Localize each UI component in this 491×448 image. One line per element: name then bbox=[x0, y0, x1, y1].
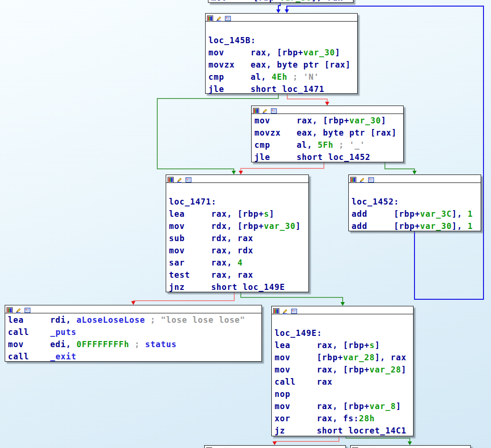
edit-node-icon[interactable] bbox=[15, 306, 22, 312]
code-line[interactable]: add [rbp+var_30], 1 bbox=[352, 220, 481, 232]
edit-node-icon[interactable] bbox=[216, 15, 222, 21]
code-segment: test rax, rax bbox=[169, 270, 253, 280]
code-line[interactable]: mov rax, [rbp+var_30] bbox=[254, 114, 403, 127]
code-segment: 5Fh bbox=[318, 140, 334, 150]
code-line[interactable]: sar rax, 4 bbox=[169, 257, 308, 269]
code-line[interactable]: xor rax, fs:28h bbox=[275, 412, 413, 425]
node-titlebar[interactable] bbox=[252, 106, 403, 114]
graph-node-entry-partial[interactable]: mov [rbp+var_30], rax bbox=[208, 0, 353, 3]
code-segment: 4 bbox=[238, 258, 243, 267]
code-line[interactable]: mov rax, rdx bbox=[169, 244, 308, 257]
code-segment: var_3C bbox=[420, 209, 452, 219]
code-segment: ; '_' bbox=[334, 140, 365, 150]
code-segment: ] bbox=[381, 116, 386, 125]
node-color-icon[interactable] bbox=[7, 306, 13, 312]
code-line[interactable]: lea rax, [rbp+s] bbox=[275, 339, 413, 351]
graph-canvas[interactable]: mov [rbp+var_30], raxloc_145B:mov rax, [… bbox=[0, 0, 491, 448]
code-line[interactable]: movzx eax, byte ptr [rax] bbox=[254, 127, 403, 139]
code-line[interactable]: mov edi, 0FFFFFFFFh ; status bbox=[8, 338, 261, 350]
node-titlebar[interactable] bbox=[351, 446, 470, 448]
node-titlebar[interactable] bbox=[205, 446, 345, 448]
node-color-icon[interactable] bbox=[350, 176, 356, 182]
node-color-icon[interactable] bbox=[207, 15, 213, 21]
node-code: loc_149E:lea rax, [rbp+s]mov [rbp+var_28… bbox=[272, 314, 413, 437]
code-line[interactable] bbox=[169, 183, 308, 196]
code-segment: call bbox=[8, 327, 50, 337]
code-line[interactable]: jnz short loc_149E bbox=[169, 281, 308, 293]
code-segment: var_8 bbox=[369, 402, 396, 411]
code-line[interactable]: nop bbox=[275, 388, 413, 400]
code-line[interactable]: movzx eax, byte ptr [rax] bbox=[208, 59, 357, 71]
graph-node-cmp_5F-block[interactable]: mov rax, [rbp+var_30]movzx eax, byte ptr… bbox=[251, 106, 404, 162]
code-segment: cmp al, bbox=[254, 140, 318, 150]
group-node-icon[interactable] bbox=[24, 306, 31, 312]
graph-node-lose-block[interactable]: lea rdi, aLoseLoseLose ; "lose lose lose… bbox=[5, 305, 262, 362]
code-line[interactable]: loc_1452: bbox=[352, 196, 481, 208]
code-line[interactable]: loc_145B: bbox=[208, 34, 357, 46]
code-segment: mov [rbp+ bbox=[211, 0, 280, 2]
code-line[interactable]: call rax bbox=[275, 376, 413, 388]
edit-node-icon[interactable] bbox=[359, 176, 365, 182]
code-line[interactable]: mov rdx, [rbp+var_30] bbox=[169, 220, 308, 232]
edit-node-icon[interactable] bbox=[282, 307, 288, 313]
code-line[interactable] bbox=[275, 315, 413, 327]
code-line[interactable]: call _exit bbox=[8, 350, 261, 363]
code-segment: ; "lose lose lose" bbox=[145, 315, 245, 325]
code-line[interactable]: mov [rbp+var_28], rax bbox=[275, 351, 413, 364]
group-node-icon[interactable] bbox=[291, 307, 297, 313]
code-segment: mov rax, [rbp+ bbox=[208, 48, 303, 57]
node-color-icon[interactable] bbox=[253, 107, 259, 113]
node-color-icon[interactable] bbox=[168, 176, 174, 182]
group-node-icon[interactable] bbox=[271, 107, 277, 113]
code-line[interactable]: jz short locret_14C1 bbox=[275, 425, 413, 437]
code-line[interactable]: cmp al, 4Eh ; 'N' bbox=[208, 71, 357, 83]
code-segment: lea rdi, bbox=[8, 315, 77, 325]
code-line[interactable]: add [rbp+var_3C], 1 bbox=[352, 208, 481, 220]
code-segment: lea rax, [rbp+ bbox=[169, 209, 264, 219]
graph-node-loc_149E[interactable]: loc_149E:lea rax, [rbp+s]mov [rbp+var_28… bbox=[271, 306, 414, 436]
graph-node-loc_145B[interactable]: loc_145B:mov rax, [rbp+var_30]movzx eax,… bbox=[205, 13, 358, 94]
code-line[interactable]: mov rax, [rbp+var_8] bbox=[275, 400, 413, 412]
edge-arrowhead-entry-to-145B bbox=[276, 9, 281, 13]
node-titlebar[interactable] bbox=[206, 14, 357, 22]
graph-node-bottom-right-partial[interactable] bbox=[350, 445, 471, 448]
group-node-icon[interactable] bbox=[185, 176, 192, 182]
code-line[interactable]: loc_149E: bbox=[275, 327, 413, 339]
edge-cmp5F-false-to-1471 bbox=[241, 162, 324, 171]
code-line[interactable]: mov rax, [rbp+var_28] bbox=[275, 364, 413, 376]
code-line[interactable]: sub rdx, rax bbox=[169, 232, 308, 244]
node-code: loc_145B:mov rax, [rbp+var_30]movzx eax,… bbox=[206, 22, 357, 95]
code-segment: ] bbox=[401, 365, 407, 374]
node-color-icon[interactable] bbox=[273, 307, 279, 313]
edit-node-icon[interactable] bbox=[262, 107, 268, 113]
code-line[interactable]: lea rax, [rbp+s] bbox=[169, 208, 308, 220]
code-segment: mov rax, [rbp+ bbox=[254, 116, 349, 125]
code-line[interactable]: test rax, rax bbox=[169, 269, 308, 281]
code-segment: movzx eax, byte ptr [rax] bbox=[254, 128, 397, 137]
node-titlebar[interactable] bbox=[5, 305, 261, 313]
graph-node-loc_1452[interactable]: loc_1452:add [rbp+var_3C], 1add [rbp+var… bbox=[348, 175, 481, 231]
code-line[interactable]: loc_1471: bbox=[169, 196, 308, 208]
graph-node-bottom-left-partial[interactable] bbox=[204, 445, 346, 448]
code-line[interactable]: mov rax, [rbp+var_30] bbox=[208, 46, 357, 59]
graph-node-loc_1471[interactable]: loc_1471:lea rax, [rbp+s]mov rdx, [rbp+v… bbox=[166, 175, 309, 292]
code-line[interactable]: cmp al, 5Fh ; '_' bbox=[254, 139, 403, 151]
node-titlebar[interactable] bbox=[166, 175, 308, 183]
group-node-icon[interactable] bbox=[225, 15, 231, 21]
code-segment: var_30 bbox=[264, 221, 295, 231]
node-titlebar[interactable] bbox=[272, 306, 413, 314]
edge-arrowhead-149E-true-to-bottom-right bbox=[408, 441, 412, 445]
node-titlebar[interactable] bbox=[349, 175, 481, 183]
edit-node-icon[interactable] bbox=[176, 176, 183, 182]
code-line[interactable] bbox=[208, 22, 357, 34]
group-node-icon[interactable] bbox=[368, 176, 374, 182]
code-line[interactable]: mov [rbp+var_30], rax bbox=[211, 0, 353, 4]
code-segment: mov rdx, [rbp+ bbox=[169, 221, 264, 231]
code-line[interactable] bbox=[352, 183, 481, 196]
code-line[interactable]: jle short loc_1452 bbox=[254, 151, 403, 163]
code-line[interactable]: call _puts bbox=[8, 326, 261, 338]
code-segment: ] bbox=[375, 341, 380, 350]
edge-arrowhead-cmp5F-false-to-1471 bbox=[239, 171, 243, 175]
code-line[interactable]: jle short loc_1471 bbox=[208, 83, 357, 95]
code-line[interactable]: lea rdi, aLoseLoseLose ; "lose lose lose… bbox=[8, 314, 261, 326]
